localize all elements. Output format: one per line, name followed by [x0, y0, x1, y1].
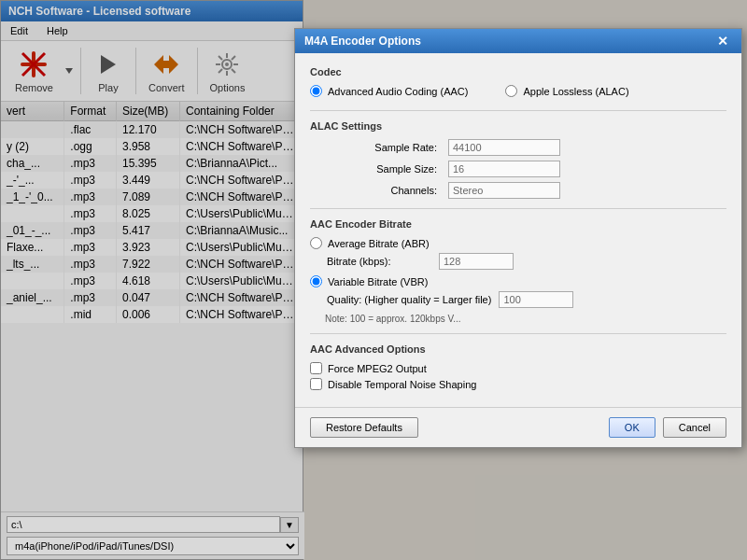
- advanced-options-label: AAC Advanced Options: [310, 343, 726, 355]
- channels-label: Channels:: [310, 185, 441, 196]
- vbr-radio[interactable]: [310, 275, 322, 287]
- quality-row: Quality: (Higher quality = Larger file): [310, 291, 726, 308]
- dialog-content: Codec Advanced Audio Coding (AAC) Apple …: [295, 53, 741, 407]
- close-icon[interactable]: ✕: [713, 34, 732, 49]
- dialog-title-bar: M4A Encoder Options ✕: [295, 29, 741, 53]
- alac-option-row: Apple Lossless (ALAC): [505, 85, 628, 97]
- m4a-encoder-dialog: M4A Encoder Options ✕ Codec Advanced Aud…: [294, 28, 742, 448]
- quality-note: Note: 100 = approx. 120kbps V...: [325, 314, 726, 324]
- codec-options: Advanced Audio Coding (AAC) Apple Lossle…: [310, 85, 726, 101]
- abr-row: Average Bitrate (ABR): [310, 237, 726, 249]
- cancel-button[interactable]: Cancel: [663, 417, 726, 438]
- sample-rate-input[interactable]: [448, 139, 560, 156]
- aac-option-row: Advanced Audio Coding (AAC): [310, 85, 468, 97]
- bitrate-section: Average Bitrate (ABR) Bitrate (kbps): Va…: [310, 237, 726, 324]
- aac-label[interactable]: Advanced Audio Coding (AAC): [328, 86, 468, 97]
- dialog-footer: Restore Defaults OK Cancel: [295, 407, 741, 447]
- sample-size-input[interactable]: [448, 161, 560, 177]
- alac-radio[interactable]: [505, 85, 517, 97]
- aac-bitrate-label: AAC Encoder Bitrate: [310, 218, 726, 230]
- ok-button[interactable]: OK: [609, 417, 655, 438]
- bitrate-value-input[interactable]: [439, 253, 514, 270]
- dialog-title: M4A Encoder Options: [304, 35, 421, 48]
- force-mpeg2-row: Force MPEG2 Output: [310, 362, 726, 374]
- disable-noise-checkbox[interactable]: [310, 378, 322, 390]
- divider2: [310, 208, 726, 209]
- quality-label: Quality: (Higher quality = Larger file): [310, 294, 491, 305]
- disable-noise-row: Disable Temporal Noise Shaping: [310, 378, 726, 390]
- alac-settings-grid: Sample Rate: Sample Size: Channels:: [310, 139, 726, 199]
- vbr-label[interactable]: Variable Bitrate (VBR): [328, 276, 428, 287]
- vbr-row: Variable Bitrate (VBR): [310, 275, 726, 287]
- sample-size-label: Sample Size:: [310, 163, 441, 175]
- disable-noise-label[interactable]: Disable Temporal Noise Shaping: [328, 379, 476, 390]
- divider1: [310, 110, 726, 111]
- force-mpeg2-checkbox[interactable]: [310, 362, 322, 374]
- divider3: [310, 333, 726, 334]
- footer-right-buttons: OK Cancel: [609, 417, 726, 438]
- quality-input[interactable]: [499, 291, 573, 308]
- bitrate-kbps-label: Bitrate (kbps):: [310, 256, 431, 267]
- force-mpeg2-label[interactable]: Force MPEG2 Output: [328, 363, 427, 374]
- abr-radio[interactable]: [310, 237, 322, 249]
- codec-section-label: Codec: [310, 66, 726, 77]
- aac-radio[interactable]: [310, 85, 322, 97]
- alac-label[interactable]: Apple Lossless (ALAC): [523, 86, 628, 97]
- restore-defaults-button[interactable]: Restore Defaults: [310, 417, 418, 438]
- alac-settings-label: ALAC Settings: [310, 120, 726, 132]
- abr-label[interactable]: Average Bitrate (ABR): [328, 238, 430, 249]
- channels-input[interactable]: [448, 182, 560, 199]
- dialog-overlay: M4A Encoder Options ✕ Codec Advanced Aud…: [0, 0, 747, 560]
- sample-rate-label: Sample Rate:: [310, 142, 441, 153]
- bitrate-value-row: Bitrate (kbps):: [310, 253, 726, 270]
